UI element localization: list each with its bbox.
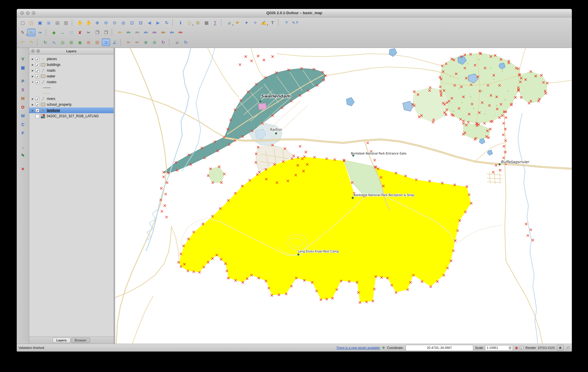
add-vector-layer-button[interactable]: V	[19, 55, 27, 63]
render-checkbox[interactable]: ✓	[520, 346, 524, 349]
deselect-features-button[interactable]: ⊠	[194, 19, 202, 27]
zoom-native-button[interactable]: ⊙	[110, 19, 119, 27]
crs-status-button[interactable]: ◉	[557, 345, 564, 351]
expand-arrow-icon[interactable]: ▶	[31, 109, 34, 112]
plugin-link[interactable]: There is a new plugin available	[336, 346, 380, 349]
zoom-to-layer-button[interactable]: ⊟	[136, 19, 145, 27]
new-bookmark-button[interactable]: ✦	[242, 19, 251, 27]
cut-features-button[interactable]: ✂	[84, 29, 93, 36]
add-label-button[interactable]: abc	[124, 29, 133, 36]
split-features-button[interactable]: ✂	[124, 38, 133, 46]
scale-combo[interactable]: 1:19951 ▾	[485, 345, 513, 351]
add-oracle-layer-button[interactable]: O	[19, 103, 27, 111]
new-composer-button[interactable]: ▤	[53, 19, 62, 27]
whats-this-button[interactable]: ↖?	[291, 19, 299, 27]
add-raster-layer-button[interactable]: ▦	[19, 64, 27, 71]
field-calculator-button[interactable]: ∑	[211, 19, 219, 27]
refresh-canvas-button[interactable]: ↻	[182, 38, 190, 46]
add-part-button[interactable]: ⊞	[67, 38, 75, 46]
layer-item-roads[interactable]: ▶✓╱roads	[29, 68, 114, 73]
open-project-button[interactable]: ◳	[27, 19, 36, 27]
composer-manager-button[interactable]: ▥	[62, 19, 70, 27]
new-shapefile-button[interactable]: ✎	[19, 151, 27, 159]
pan-to-selection-button[interactable]: ✋	[84, 19, 93, 27]
redo-button[interactable]: ↷	[27, 38, 36, 46]
add-wms-layer-button[interactable]: W	[19, 112, 27, 120]
open-attribute-table-button[interactable]: ▦	[202, 19, 211, 27]
reshape-features-button[interactable]: ∠	[110, 38, 119, 46]
add-wfs-layer-button[interactable]: F	[19, 129, 27, 137]
rotate-label-button[interactable]: abc	[168, 29, 176, 36]
layer-visibility-checkbox[interactable]	[36, 114, 39, 118]
rotate-point-symbols-button[interactable]: ↻	[159, 38, 167, 46]
dropdown-arrow-icon[interactable]: ▾	[267, 24, 268, 26]
layer-visibility-checkbox[interactable]: ✓	[36, 103, 39, 107]
toggle-editing-button[interactable]: ✎	[27, 29, 36, 36]
layer-item-water[interactable]: ▶✓water	[29, 73, 114, 79]
map-canvas[interactable]: SwellendamRailtonBontebok National Park …	[115, 48, 572, 344]
expand-arrow-icon[interactable]: ▶	[31, 64, 34, 66]
expand-arrow-icon[interactable]: ▶	[31, 69, 34, 72]
text-annotation-button[interactable]: T	[268, 19, 277, 27]
layer-item-school_property[interactable]: ▶✓school_property	[29, 102, 114, 107]
close-button[interactable]	[20, 11, 24, 15]
layer-visibility-checkbox[interactable]: ✓	[36, 80, 39, 84]
highlight-pinned-labels-button[interactable]: abc	[133, 29, 141, 36]
dropdown-arrow-icon[interactable]: ▾	[232, 24, 233, 26]
simplify-feature-button[interactable]: ∿	[50, 38, 58, 46]
delete-selected-button[interactable]: ✘	[76, 29, 84, 36]
zoom-last-button[interactable]: ◀	[145, 19, 154, 27]
zoom-out-button[interactable]: ⊖	[102, 19, 110, 27]
add-delimited-text-button[interactable]: ,	[19, 143, 27, 150]
show-hide-labels-button[interactable]: abc	[150, 29, 159, 36]
stop-rendering-icon[interactable]: ◉	[515, 346, 518, 349]
zoom-button[interactable]	[32, 11, 35, 15]
dropdown-arrow-icon[interactable]: ▾	[26, 34, 27, 36]
coordinate-input[interactable]	[406, 345, 473, 351]
layer-visibility-checkbox[interactable]: ✓	[36, 63, 39, 67]
expand-arrow-icon[interactable]: ▶	[31, 98, 34, 100]
measure-button[interactable]: ⊿▾	[225, 19, 233, 27]
layer-item-landuse[interactable]: ▶✓✎landuse	[29, 107, 114, 113]
add-mssql-layer-button[interactable]: M	[19, 94, 27, 102]
layer-labeling-options-button[interactable]: abc	[116, 29, 124, 36]
new-project-button[interactable]: ▢	[19, 19, 27, 27]
chevron-down-icon[interactable]: ▾	[509, 346, 512, 349]
add-wcs-layer-button[interactable]: C	[19, 120, 27, 128]
add-postgis-layer-button[interactable]: P	[19, 77, 27, 85]
add-feature-button[interactable]: ◆	[50, 29, 58, 36]
minimize-button[interactable]	[26, 11, 29, 15]
pin-unpin-labels-button[interactable]: abc	[142, 29, 150, 36]
zoom-to-selection-button[interactable]: ⊡	[128, 19, 136, 27]
offset-curve-button[interactable]: ⊃	[102, 38, 110, 46]
layer-visibility-checkbox[interactable]: ✓	[36, 109, 39, 112]
select-features-button[interactable]: ◻▾	[185, 19, 193, 27]
layer-item-raster_3420C[interactable]: 3420C_2010_327_RGB_LATLNG	[29, 113, 114, 119]
fill-ring-button[interactable]: ◉	[76, 38, 84, 46]
resize-grip[interactable]	[566, 346, 570, 350]
identify-button[interactable]: ℹ	[176, 19, 185, 27]
move-feature-button[interactable]: ↔	[58, 29, 67, 36]
delete-ring-button[interactable]: ⊘	[84, 38, 93, 46]
layer-item-rivers[interactable]: ▶✓╱rivers	[29, 96, 114, 102]
zoom-next-button[interactable]: ▶	[154, 19, 162, 27]
dropdown-arrow-icon[interactable]: ▾	[192, 24, 193, 26]
expand-arrow-icon[interactable]: ▼	[31, 81, 34, 83]
delete-part-button[interactable]: ⊟	[93, 38, 101, 46]
split-parts-button[interactable]: ✄	[133, 38, 141, 46]
expand-arrow-icon[interactable]: ▶	[31, 58, 34, 60]
save-layer-edits-button[interactable]: ✑	[36, 29, 44, 36]
node-tool-button[interactable]: ∷	[67, 29, 75, 36]
show-bookmarks-button[interactable]: ✧	[251, 19, 259, 27]
panel-float-icon[interactable]: ◳	[36, 49, 40, 53]
layer-visibility-checkbox[interactable]: ✓	[36, 75, 39, 78]
tab-browser[interactable]: Browser	[71, 338, 90, 343]
layer-visibility-checkbox[interactable]: ✓	[36, 97, 39, 101]
save-project-button[interactable]: ▣	[36, 19, 44, 27]
add-spatialite-layer-button[interactable]: S	[19, 86, 27, 94]
zoom-in-button[interactable]: ⊕	[93, 19, 101, 27]
undo-button[interactable]: ↶	[19, 38, 27, 46]
pan-map-button[interactable]: ✋	[76, 19, 84, 27]
tab-layers[interactable]: Layers	[53, 338, 70, 343]
rotate-feature-button[interactable]: ↻	[41, 38, 49, 46]
